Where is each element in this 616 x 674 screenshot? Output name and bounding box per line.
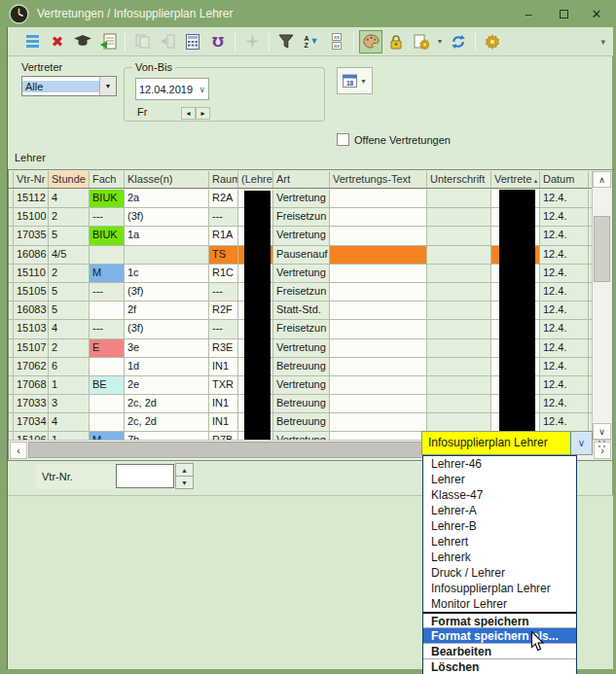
cell-klasse: 3e bbox=[125, 339, 209, 358]
format-combo[interactable]: Infosupplierplan Lehrer ∨ bbox=[421, 431, 593, 455]
cell-datum: 12.4. bbox=[540, 190, 589, 208]
cell-datum: 12.4. bbox=[540, 208, 589, 227]
refresh-icon[interactable] bbox=[447, 30, 470, 53]
format-list-item[interactable]: Klasse-47 bbox=[423, 487, 576, 503]
cell-fach bbox=[90, 358, 125, 376]
col-header-unterschrift[interactable]: Unterschrift bbox=[427, 171, 491, 188]
cell-datum: 12.4. bbox=[540, 413, 589, 432]
sort-az-icon[interactable]: AZ▼ bbox=[300, 30, 323, 53]
minimize-button[interactable]: – bbox=[516, 4, 541, 23]
offene-label: Offene Vertretungen bbox=[354, 134, 451, 146]
format-list-item[interactable]: Lehrer-B bbox=[423, 518, 576, 534]
filter-funnel-icon[interactable] bbox=[274, 30, 298, 53]
col-header-datum[interactable]: Datum bbox=[540, 171, 589, 188]
cell-art: Vertretung bbox=[273, 265, 330, 283]
format-list-item[interactable]: Lehrer bbox=[423, 472, 576, 487]
col-header-vtr-nr[interactable]: Vtr-Nr bbox=[14, 171, 49, 188]
cell-vtr: 15105 bbox=[14, 283, 49, 302]
calculator-icon[interactable] bbox=[181, 30, 204, 53]
cell-unterschrift bbox=[427, 413, 491, 432]
gear-icon[interactable] bbox=[481, 30, 504, 53]
redaction-bar-vertreter bbox=[499, 190, 535, 440]
cell-vtext bbox=[330, 432, 427, 440]
vtr-nr-stepper[interactable]: ▲▼ bbox=[175, 463, 194, 489]
von-bis-groupbox: Von-Bis 12.04.2019 ∨ Fr ◂▸ bbox=[124, 67, 325, 122]
close-button[interactable]: ✕ bbox=[584, 4, 609, 23]
cell-stunde: 1 bbox=[49, 376, 90, 395]
vtr-nr-input[interactable] bbox=[116, 464, 174, 488]
cell-vtr: 15106 bbox=[14, 432, 49, 440]
date-next-button[interactable]: ▸ bbox=[196, 107, 210, 120]
vertreter-dropdown-icon[interactable]: ▼ bbox=[99, 77, 116, 95]
cell-raum: TXR bbox=[209, 376, 238, 395]
import-note-icon[interactable] bbox=[96, 30, 120, 53]
vertical-scrollbar[interactable]: ∧ ∨ bbox=[592, 171, 611, 440]
format-list-item[interactable]: Infosupplierplan Lehrer bbox=[423, 581, 576, 596]
page-settings-icon[interactable] bbox=[410, 30, 433, 53]
stethoscope-icon[interactable]: ℧ bbox=[206, 30, 230, 53]
cell-stunde: 3 bbox=[49, 395, 90, 413]
col-header-art[interactable]: Art bbox=[273, 171, 330, 188]
col-header-stunde[interactable]: Stunde bbox=[49, 171, 90, 188]
col-header-klasse[interactable]: Klasse(n) bbox=[125, 171, 209, 188]
format-combo-dropdown-icon[interactable]: ∨ bbox=[570, 432, 592, 454]
col-header-raum[interactable]: Raum bbox=[209, 171, 238, 188]
cell-stunde: 6 bbox=[49, 358, 90, 376]
cell-unterschrift bbox=[427, 320, 491, 338]
mouse-cursor bbox=[530, 631, 544, 652]
cell-raum: IN1 bbox=[209, 395, 238, 413]
col-header-vertretungs-text[interactable]: Vertretungs-Text bbox=[330, 171, 427, 188]
section-label: Lehrer bbox=[15, 152, 46, 163]
cell-klasse: 2e bbox=[125, 376, 209, 395]
resize-grip[interactable] bbox=[598, 440, 607, 451]
format-list-item[interactable]: Druck / Lehrer bbox=[423, 565, 576, 581]
format-list-item[interactable]: Lehrert bbox=[423, 534, 576, 550]
scroll-up-icon[interactable]: ∧ bbox=[593, 171, 611, 188]
calendar-button[interactable]: 18 ▼ bbox=[337, 67, 373, 94]
maximize-button[interactable] bbox=[551, 4, 576, 23]
cell-klasse bbox=[125, 246, 209, 265]
date-prev-button[interactable]: ◂ bbox=[181, 107, 196, 120]
col-header-lehrer[interactable]: (Lehre bbox=[238, 171, 273, 188]
vertical-scroll-thumb[interactable] bbox=[594, 216, 610, 282]
fields-xx-icon[interactable]: xxxx bbox=[325, 30, 348, 53]
date-dropdown-icon[interactable]: ∨ bbox=[199, 85, 208, 94]
offene-checkbox[interactable] bbox=[337, 133, 349, 146]
cell-datum: 12.4. bbox=[540, 395, 589, 413]
cell-fach: --- bbox=[90, 283, 125, 302]
cell-stunde: 5 bbox=[49, 227, 90, 245]
scroll-down-icon[interactable]: ∨ bbox=[593, 423, 611, 440]
vertreter-combo[interactable]: Alle ▼ bbox=[21, 76, 117, 96]
delete-icon[interactable]: ✖ bbox=[46, 30, 69, 53]
format-action-item[interactable]: Bearbeiten bbox=[423, 643, 576, 658]
stepper-up-icon[interactable]: ▲ bbox=[176, 464, 193, 477]
format-list-item[interactable]: Lehrer-A bbox=[423, 503, 576, 518]
cell-fach bbox=[90, 413, 125, 432]
format-list-item[interactable]: Monitor Lehrer bbox=[423, 596, 576, 612]
page-settings-dropdown-icon[interactable]: ▼ bbox=[435, 30, 445, 53]
rows-icon[interactable] bbox=[20, 30, 44, 53]
format-action-item[interactable]: Löschen bbox=[423, 658, 576, 674]
toolbar-overflow-icon[interactable]: ▾ bbox=[600, 37, 605, 47]
cell-vtext bbox=[330, 395, 427, 413]
cell-art: Freisetzun bbox=[273, 320, 330, 338]
col-header-fach[interactable]: Fach bbox=[90, 171, 125, 188]
format-list: Lehrer-46LehrerKlasse-47Lehrer-ALehrer-B… bbox=[422, 455, 577, 674]
date-step-buttons: ◂▸ bbox=[181, 106, 210, 120]
cell-raum: R7B bbox=[209, 432, 238, 440]
format-action-item[interactable]: Format speichern bbox=[423, 612, 576, 627]
cell-klasse: 2c, 2d bbox=[125, 395, 209, 413]
cell-datum: 12.4. bbox=[540, 339, 589, 358]
format-list-item[interactable]: Lehrerk bbox=[423, 550, 576, 565]
format-action-item[interactable]: Format speichern als... bbox=[423, 627, 576, 643]
palette-icon[interactable] bbox=[359, 30, 382, 53]
date-value: 12.04.2019 bbox=[136, 84, 199, 95]
cell-datum: 12.4. bbox=[540, 302, 589, 320]
date-combo[interactable]: 12.04.2019 ∨ bbox=[135, 78, 209, 100]
teacher-cap-icon[interactable] bbox=[71, 30, 94, 53]
col-header-vertreter[interactable]: Vertrete▲ bbox=[491, 171, 540, 188]
format-list-item[interactable]: Lehrer-46 bbox=[423, 456, 576, 472]
scroll-left-icon[interactable]: ‹ bbox=[10, 442, 27, 459]
lock-icon[interactable] bbox=[384, 30, 408, 53]
stepper-down-icon[interactable]: ▼ bbox=[176, 477, 193, 488]
